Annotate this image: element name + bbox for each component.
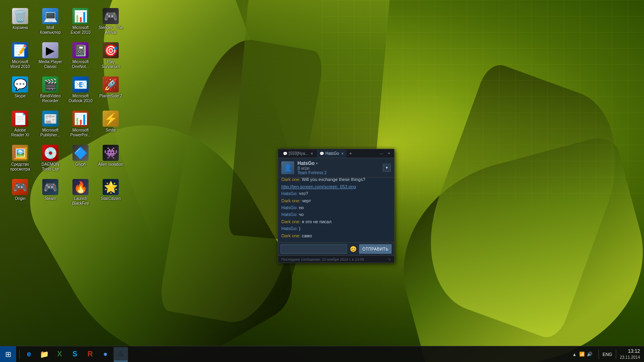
chat-message-text: )	[299, 226, 300, 231]
chat-send-button[interactable]: ОТПРАВИТЬ	[359, 244, 392, 254]
chat-contact-header: 👤 HatsGo ▾ В игре Team Fortress 2 ▼	[278, 158, 394, 178]
systray-separator-2	[616, 350, 616, 359]
chat-message-text: что?	[299, 191, 308, 196]
desktop-icon-word[interactable]: 📝Microsoft Word 2010	[6, 40, 34, 72]
desktop-icon-excel[interactable]: 📊Microsoft Excel 2010	[66, 6, 95, 38]
chat-tab-2-close[interactable]: ✕	[341, 152, 344, 156]
taskbar-separator	[19, 350, 20, 359]
chat-status: В игре	[297, 166, 380, 171]
daemon-icon-image: 💿	[42, 145, 58, 161]
chat-message-sender: Dark one:	[281, 233, 302, 238]
chat-message-link[interactable]: http://ten-screen.com/screen_053.png	[281, 184, 356, 189]
chat-message-item: HatsGo: но	[281, 205, 391, 211]
chat-titlebar: 💬 [S59]Nya... ✕ 💬 HatsGo ✕ + — ✕	[278, 149, 394, 158]
glyph-icon-label: Glyph	[75, 162, 86, 167]
taskbar-item-skype-tb[interactable]: S	[68, 347, 82, 362]
chat-user-info: HatsGo ▾ В игре Team Fortress 2	[297, 160, 380, 175]
chat-tab-1-close[interactable]: ✕	[310, 152, 314, 156]
taskbar-item-revo[interactable]: R	[83, 347, 97, 362]
chat-message-sender: Dark one:	[281, 219, 302, 224]
steam-chat-window: 💬 [S59]Nya... ✕ 💬 HatsGo ✕ + — ✕ 👤 HatsG…	[278, 149, 394, 263]
desktop-icon-onenote[interactable]: 📓Microsoft OneNot...	[66, 40, 95, 72]
chat-last-message-time: Последнее сообщение: 23 ноября 2014 г. в…	[281, 257, 364, 261]
chat-dropdown-button[interactable]: ▼	[383, 164, 391, 172]
excel-icon-label: Microsoft Excel 2010	[68, 25, 93, 35]
chat-message-text: черт	[302, 198, 311, 203]
chat-message-input[interactable]	[281, 244, 347, 254]
desktop-icon-mpc[interactable]: ▶Media Player Classic	[36, 40, 64, 72]
desktop-icon-adobe[interactable]: 📄Adobe Reader XI	[6, 109, 34, 141]
chat-message-text: но	[299, 205, 303, 210]
chat-tab-1[interactable]: 💬 [S59]Nya... ✕	[280, 150, 316, 158]
chat-emoji-button[interactable]: 😊	[349, 245, 357, 253]
chat-message-sender: HatsGo:	[281, 205, 299, 210]
starcitizen-icon-image: 🌟	[103, 179, 119, 195]
smite-icon-image: ⚡	[103, 111, 119, 127]
desktop-icon-survarium[interactable]: 🎯Play Survarium	[97, 40, 125, 72]
desktop-icon-korpus[interactable]: 🗑️Корзина	[6, 6, 34, 38]
launch-icon-label: Launch BlackFire	[68, 196, 93, 206]
chat-tab-2[interactable]: 💬 HatsGo ✕	[317, 150, 347, 158]
desktop-icon-outlook[interactable]: 📧Microsoft Outlook 2010	[66, 74, 95, 107]
taskbar-item-explorer[interactable]: 📁	[37, 347, 52, 362]
desktop-icon-sredstvo[interactable]: 🖼️Средство просмотра	[6, 143, 34, 175]
korpus-icon-image: 🗑️	[12, 8, 28, 24]
taskbar-item-excel-tb[interactable]: X	[52, 347, 67, 362]
desktop-icon-daemon[interactable]: 💿DAEMON Tools Lite	[36, 143, 64, 175]
volume-icon[interactable]: 🔊	[586, 351, 593, 358]
onenote-icon-label: Microsoft OneNot...	[68, 60, 93, 69]
chat-input-area: 😊 ОТПРАВИТЬ	[278, 242, 394, 255]
taskbar-item-chrome[interactable]: ●	[98, 347, 113, 362]
desktop-icon-origin[interactable]: 🎮Origin	[6, 177, 34, 209]
taskbar-item-ie[interactable]: e	[22, 347, 36, 362]
language-indicator[interactable]: ENG	[603, 352, 612, 357]
desktop-icon-launch[interactable]: 🔥Launch BlackFire	[66, 177, 95, 209]
windows-logo-icon: ⊞	[5, 350, 11, 359]
desktop-icon-bandicam[interactable]: 🎬BandiVideo Recorder	[36, 74, 64, 107]
chat-message-item: Dark one: Will you exchange these things…	[281, 178, 391, 183]
chat-avatar: 👤	[281, 161, 294, 174]
desktop-icon-alien[interactable]: 👾Alien Isolation	[97, 143, 125, 175]
desktop-icon-slender[interactable]: 🎮Slender - The Arrival	[97, 6, 125, 38]
desktop-icon-planetside[interactable]: 🚀PlanetSide 2	[97, 74, 125, 107]
desktop-icon-skype[interactable]: 💬Skype	[6, 74, 34, 107]
chat-message-item: HatsGo: что?	[281, 191, 391, 197]
alien-icon-label: Alien Isolation	[98, 162, 123, 167]
mycomp-icon-image: 💻	[42, 8, 58, 24]
glyph-icon-image: 🔷	[72, 145, 89, 161]
chat-resize-handle[interactable]: ⤡	[388, 257, 391, 261]
chat-minimize-button[interactable]: —	[378, 151, 385, 156]
desktop-icon-ppoint[interactable]: 📊Microsoft PowerPoi...	[66, 109, 95, 141]
desktop-icon-starcitizen[interactable]: 🌟StarCitizen	[97, 177, 125, 209]
planetside-icon-label: PlanetSide 2	[99, 94, 122, 99]
desktop-icon-mycomp[interactable]: 💻Мой Компьютер	[36, 6, 64, 38]
show-hidden-icons-button[interactable]: ▲	[571, 351, 578, 358]
start-button[interactable]: ⊞	[0, 346, 16, 362]
launch-icon-image: 🔥	[72, 179, 89, 195]
desktop-icon-smite[interactable]: ⚡Smite	[97, 109, 125, 141]
mspub-icon-label: Microsoft Publisher...	[37, 128, 63, 138]
add-tab-button[interactable]: +	[347, 151, 353, 156]
outlook-icon-image: 📧	[72, 76, 89, 93]
skype-icon-label: Skype	[14, 94, 26, 99]
bandicam-icon-label: BandiVideo Recorder	[37, 94, 63, 103]
system-clock[interactable]: 13:12 23.11.2014	[620, 348, 640, 360]
desktop-icon-mspub[interactable]: 📰Microsoft Publisher...	[36, 109, 64, 141]
chat-message-sender: Dark one:	[281, 198, 302, 203]
chat-close-button[interactable]: ✕	[386, 151, 392, 156]
alien-icon-image: 👾	[103, 145, 119, 161]
network-icon[interactable]: 📶	[579, 351, 585, 358]
desktop-icon-steam[interactable]: 🎮Steam	[36, 177, 64, 209]
mycomp-icon-label: Мой Компьютер	[37, 25, 63, 35]
clock-time: 13:12	[620, 348, 640, 355]
taskbar-item-steam-tb[interactable]: ♨	[114, 347, 128, 362]
chat-messages-area[interactable]: Dark one: тиDark one: Will you exchange …	[278, 178, 394, 242]
survarium-icon-image: 🎯	[103, 42, 119, 58]
taskbar-systray: ▲ 📶 🔊 ENG 13:12 23.11.2014	[565, 348, 644, 360]
steam-icon-label: Steam	[45, 196, 56, 201]
desktop-icon-glyph[interactable]: 🔷Glyph	[66, 143, 95, 175]
chat-tabs: 💬 [S59]Nya... ✕ 💬 HatsGo ✕ +	[280, 150, 378, 158]
skype-icon-image: 💬	[12, 76, 28, 93]
sredstvo-icon-label: Средство просмотра	[7, 162, 33, 172]
taskbar: ⊞ e📁XSR●♨ ▲ 📶 🔊 ENG 13:12 23.11.2014	[0, 346, 644, 362]
